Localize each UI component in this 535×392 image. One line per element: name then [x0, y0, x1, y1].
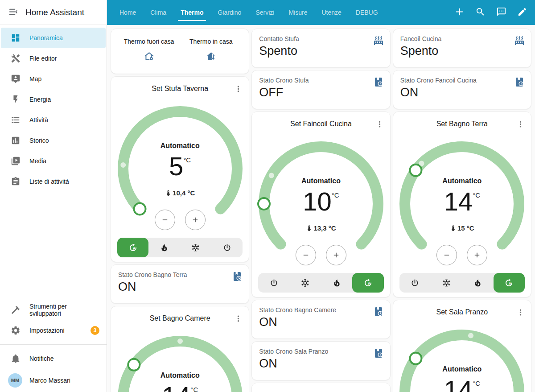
sidebar-toggle-button[interactable] [6, 5, 20, 20]
mode-power-button[interactable] [399, 273, 431, 293]
sidebar-item-liste-di-attivit[interactable]: Liste di attività [1, 171, 106, 192]
mode-auto-button[interactable]: A [352, 273, 383, 293]
more-options-button[interactable] [514, 118, 527, 132]
sidebar-item-label: Attività [29, 116, 48, 124]
sidebar-item-strumenti-per-sviluppatori[interactable]: Strumenti per sviluppatori [1, 300, 106, 320]
sensor-value: ON [400, 86, 524, 99]
tab-home[interactable]: Home [112, 0, 143, 25]
current-temp-dot [468, 333, 473, 338]
current-temp-dot [177, 338, 183, 344]
snowflake-icon [442, 278, 451, 288]
dots-icon [375, 120, 384, 129]
mode-fire-button[interactable] [321, 273, 352, 293]
sidebar-item-label: Media [29, 157, 46, 165]
tab-utenze[interactable]: Utenze [314, 0, 348, 25]
sensor-value: Spento [259, 44, 383, 58]
tab-debug[interactable]: DEBUG [349, 0, 385, 25]
user-profile[interactable]: MM Marco Massari [0, 369, 107, 392]
sensor-card-stato-crono-stufa[interactable]: Stato Crono Stufa OFF [251, 70, 390, 109]
clipboard-icon [11, 177, 21, 186]
search-button[interactable] [472, 4, 489, 21]
tab-servizi[interactable]: Servizi [248, 0, 281, 25]
sidebar-item-notifiche[interactable]: Notifiche [1, 348, 106, 369]
menu-icon [8, 7, 18, 17]
sensor-card-stato-crono-bagno-terra[interactable]: Stato Crono Bagno Terra ON [111, 264, 249, 304]
sidebar-header: Home Assistant [0, 0, 107, 25]
assist-button[interactable] [493, 4, 510, 21]
increase-temperature-button[interactable] [467, 245, 487, 265]
decrease-temperature-button[interactable] [155, 210, 175, 230]
increase-temperature-button[interactable] [185, 210, 206, 230]
mode-power-button[interactable] [211, 238, 243, 257]
mode-power-button[interactable] [258, 273, 289, 293]
header-actions [451, 4, 531, 21]
mode-snowflake-button[interactable] [431, 273, 462, 293]
thermometer-icon [165, 190, 172, 196]
decrease-temperature-button[interactable] [296, 245, 316, 265]
mode-snowflake-button[interactable] [180, 238, 211, 257]
sensor-name: Stato Crono Sala Pranzo [259, 348, 383, 355]
search-icon [475, 7, 486, 17]
sensor-card-stato-crono-fancoil-cucina[interactable]: Stato Crono Fancoil Cucina ON [393, 70, 531, 109]
sensor-card-stato-crono-bagno-camere[interactable]: Stato Crono Bagno Camere ON [251, 300, 390, 339]
more-options-button[interactable] [514, 306, 527, 320]
mode-snowflake-button[interactable] [290, 273, 321, 293]
sensor-name: Contatto Stufa [259, 35, 383, 42]
sensor-card-stato-crono-sala-pranzo[interactable]: Stato Crono Sala Pranzo ON [251, 341, 390, 380]
dots-icon [516, 308, 525, 317]
dashboard-icon [11, 33, 21, 43]
more-options-button[interactable] [232, 312, 245, 326]
sidebar-item-map[interactable]: Map [1, 69, 106, 89]
gear-icon [11, 326, 21, 335]
sidebar-item-impostazioni[interactable]: Impostazioni 3 [1, 320, 106, 341]
radiator-icon [373, 35, 384, 46]
sidebar-item-panoramica[interactable]: Panoramica [1, 28, 106, 48]
mode-auto-button[interactable]: A [117, 238, 148, 257]
sensor-value: ON [259, 315, 383, 329]
sidebar-item-label: Notifiche [29, 355, 54, 362]
thermostat-title: Set Faincoil Cucina [265, 120, 376, 128]
temperature-steppers [111, 210, 249, 230]
tab-thermo[interactable]: Thermo [173, 0, 210, 25]
edit-dashboard-button[interactable] [514, 4, 531, 21]
mode-auto-button[interactable]: A [494, 273, 525, 293]
more-options-button[interactable] [232, 83, 245, 97]
sidebar-nav: Panoramica File editor Map Energia Attiv… [0, 25, 107, 192]
sensor-card-fancoil-cucina[interactable]: Fancoil Cucina Spento [393, 29, 531, 68]
sensor-name: Stato Crono Bagno Camere [259, 306, 383, 314]
sidebar-item-label: File editor [29, 55, 57, 62]
crono-icon [373, 306, 384, 317]
more-options-button[interactable] [373, 118, 386, 132]
sidebar-item-storico[interactable]: Storico [1, 130, 106, 151]
increase-temperature-button[interactable] [326, 245, 346, 265]
thermostat-card-set-stufa-taverna: Set Stufa Taverna Automatico 5°C 10,4 °C… [111, 76, 249, 262]
tab-giardino[interactable]: Giardino [210, 0, 248, 25]
sidebar-item-energia[interactable]: Energia [1, 89, 106, 110]
tab-misure[interactable]: Misure [281, 0, 314, 25]
mode-fire-button[interactable] [148, 238, 180, 257]
glance-entity-thermo-fuori-casa[interactable]: Thermo fuori casa [118, 38, 180, 62]
auto-icon: A [504, 278, 514, 288]
dial-handle[interactable] [410, 165, 422, 176]
minus-icon [301, 250, 311, 260]
thermostat-card-set-bagno-camere: Set Bagno Camere Automatico 14°C A [111, 306, 249, 392]
glance-entity-thermo-in-casa[interactable]: Thermo in casa [180, 38, 242, 62]
tab-clima[interactable]: Clima [143, 0, 173, 25]
sidebar-item-label: Map [29, 75, 41, 83]
home-thermo-in-icon [206, 51, 217, 62]
sensor-name: Stato Crono Bagno Terra [118, 271, 242, 278]
hvac-mode-label: Automatico [111, 371, 249, 380]
dial-handle[interactable] [410, 353, 422, 364]
mode-fire-button[interactable] [462, 273, 493, 293]
sidebar-divider [0, 344, 107, 345]
sidebar-item-file-editor[interactable]: File editor [1, 48, 106, 69]
sensor-value: ON [118, 280, 242, 294]
dial-handle[interactable] [128, 359, 140, 371]
sensor-card-contatto-stufa[interactable]: Contatto Stufa Spento [251, 29, 390, 68]
snowflake-icon [300, 278, 310, 288]
add-button[interactable] [451, 4, 468, 21]
main-area: HomeClimaThermoGiardinoServiziMisureUten… [107, 0, 535, 392]
sidebar-item-media[interactable]: Media [1, 151, 106, 171]
decrease-temperature-button[interactable] [436, 245, 457, 265]
sidebar-item-attivit[interactable]: Attività [1, 110, 106, 130]
